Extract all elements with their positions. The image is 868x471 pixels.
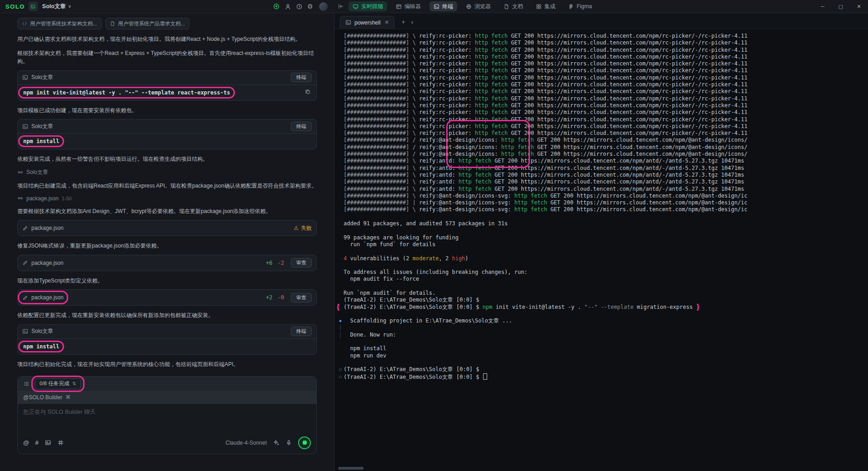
terminal-line: ● Scaffolding project in E:\ATrae_Demos\… (337, 317, 868, 324)
terminal-line: npm run dev (337, 352, 868, 359)
mention-icon[interactable]: @ (23, 439, 29, 446)
doc-tab-label: 用户管理系统技术架构文档... (30, 20, 97, 27)
hash-icon[interactable]: # (35, 439, 39, 446)
builder-mention[interactable]: @SOLO Builder ⌘ (18, 392, 316, 404)
terminal-dropdown-icon[interactable]: ∨ (411, 20, 414, 25)
terminal-line: [##################] \ reify:rc-picker: … (337, 67, 868, 74)
terminal-line (337, 283, 868, 290)
tab-terminal[interactable]: 终端 (429, 1, 457, 11)
collapse-panel-icon[interactable] (338, 3, 344, 10)
tab-docs[interactable]: 文档 (499, 1, 527, 11)
task-progress-label: 0/8 任务完成 (40, 380, 69, 387)
terminal-tabbar: powershell ✕ + ∨ (334, 13, 868, 29)
infinity-icon (17, 195, 23, 201)
monitor-icon (353, 4, 359, 10)
update-icon[interactable] (273, 3, 280, 10)
tab-live[interactable]: 实时跟随 (349, 1, 387, 11)
chevron-down-icon: ∨ (68, 4, 71, 9)
terminal-line-text: [##################] \ reify:rc-picker: … (344, 88, 748, 95)
chat-paragraph: 项目结构已创建完成，包含前端React应用和后端Express API。现在检查… (17, 182, 324, 190)
horizontal-scrollbar[interactable] (338, 467, 364, 470)
review-button[interactable]: 审查 (291, 293, 312, 302)
terminal-line: npm install (337, 345, 868, 352)
new-terminal-button[interactable]: + (402, 18, 405, 25)
terminal-gutter: ○ (337, 366, 344, 373)
terminal-line: To address all issues (including breakin… (337, 269, 868, 276)
maximize-button[interactable]: ▢ (832, 0, 850, 13)
terminal-line-text: (TraeAI-2) E:\ATrae_Demos\Solo文章 [0:0] $… (344, 304, 693, 311)
file-label-group[interactable]: package.json (22, 294, 64, 301)
copy-icon[interactable] (304, 89, 311, 95)
terminal-line-text: (TraeAI-2) E:\ATrae_Demos\Solo文章 [0:0] $ (344, 366, 479, 373)
terminal-tab-powershell[interactable]: powershell ✕ (340, 16, 394, 29)
tab-editor[interactable]: 编辑器 (392, 1, 425, 11)
person-icon[interactable] (284, 3, 291, 10)
chat-paragraph: 项目模板已成功创建，现在需要安装所有依赖包。 (17, 106, 324, 115)
terminal-gutter (337, 178, 344, 185)
grid-glyph-icon (57, 439, 64, 446)
terminal-line: [##################] \ reify:rc-picker: … (337, 81, 868, 88)
tab-integrations[interactable]: 集成 (532, 1, 559, 11)
terminal-line: [##################] / reify:@ant-design… (337, 137, 868, 144)
close-tab-icon[interactable]: ✕ (384, 20, 389, 25)
clock-icon[interactable] (296, 3, 303, 10)
terminal-gutter: ○ (337, 373, 344, 380)
terminal-gutter (337, 193, 344, 199)
chat-paragraph: 现在添加TypeScript类型定义依赖。 (17, 277, 324, 285)
terminal-command-card: Solo文章终端npm init vite-init@latest -y . "… (17, 70, 317, 101)
terminal-gutter (337, 172, 344, 178)
minimize-button[interactable]: ─ (813, 0, 832, 13)
send-voice-button[interactable] (298, 436, 311, 449)
tab-browser[interactable]: 浏览器 (462, 1, 495, 11)
tab-figma[interactable]: Figma (564, 1, 596, 11)
diff-added: +6 (266, 260, 272, 266)
terminal-line: [##################] \ reify:rc-picker: … (337, 74, 868, 81)
terminal-line: [##################] \ reify:antd: http … (337, 158, 868, 164)
terminal-line-text: [##################] \ reify:rc-picker: … (344, 123, 748, 130)
terminal-line-text: [##################] / reify:@ant-design… (344, 144, 748, 151)
close-button[interactable]: ✕ (850, 0, 868, 13)
panel-tabs: 实时跟随编辑器终端浏览器文档集成Figma (349, 1, 596, 11)
terminal-gutter (337, 144, 344, 151)
user-avatar[interactable] (319, 2, 328, 11)
enhance-icon[interactable] (273, 439, 279, 446)
chat-input[interactable]: 您正在与 SOLO Builder 聊天 (18, 404, 316, 436)
terminal-line: [##################] \ reify:rc-picker: … (337, 33, 868, 40)
terminal-line (337, 359, 868, 366)
tool-reference[interactable]: Solo文章 (17, 169, 324, 176)
terminal-line-text: [##################] \ reify:rc-picker: … (344, 74, 748, 81)
review-button[interactable]: 审查 (291, 258, 312, 268)
terminal-command-card: Solo文章终端npm install (17, 324, 317, 355)
file-edit-card: package.json+2-0审查 (17, 289, 317, 306)
terminal-line: [##################] \ reify:@ant-design… (337, 193, 868, 199)
chat-paragraph: 依赖配置已更新完成，现在重新安装依赖包以确保所有新添加的包都被正确安装。 (17, 311, 324, 320)
terminal-gutter (337, 151, 344, 158)
model-label[interactable]: Claude-4-Sonnet (225, 440, 267, 446)
terminal-gutter (337, 88, 344, 95)
chat-paragraph: 根据技术架构文档，我需要创建一个React + Express + TypeSc… (17, 49, 324, 66)
doc-tab-1[interactable]: 用户管理系统技术架构文档... (17, 18, 102, 30)
open-terminal-button[interactable]: 终端 (291, 327, 312, 336)
terminal-gutter (337, 276, 344, 283)
workspace-icon[interactable] (29, 2, 38, 11)
workspace-selector[interactable]: Solo文章 ∨ (42, 3, 71, 10)
terminal-gutter (337, 220, 344, 227)
tab-label: 终端 (442, 3, 453, 10)
task-progress-select[interactable]: 0/8 任务完成 ⇅ (35, 378, 81, 389)
open-terminal-button[interactable]: 终端 (291, 122, 312, 131)
doc-tab-2[interactable]: 用户管理系统产品需求文档... (105, 18, 190, 30)
file-label-group[interactable]: package.json (22, 260, 64, 266)
terminal-gutter (337, 123, 344, 130)
command-text: npm init vite-init@latest -y . "--" --te… (23, 89, 230, 96)
open-terminal-button[interactable]: 终端 (291, 73, 312, 82)
image-icon[interactable] (45, 439, 51, 446)
terminal-gutter (337, 248, 344, 255)
gear-icon[interactable]: ⚙ (307, 3, 314, 10)
terminal-icon (345, 20, 351, 25)
grid-icon[interactable] (57, 439, 64, 446)
terminal-icon (22, 328, 28, 334)
tool-reference[interactable]: package.json1-50 (17, 195, 324, 202)
file-label-group[interactable]: package.json (22, 225, 64, 231)
terminal-gutter (337, 47, 344, 54)
mic-icon[interactable] (285, 439, 292, 446)
